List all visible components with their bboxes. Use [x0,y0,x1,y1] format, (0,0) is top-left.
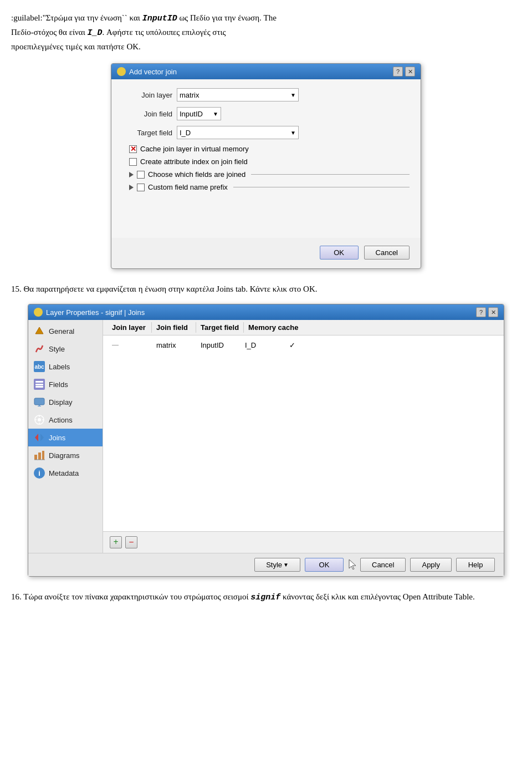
intro-line2: Πεδίο-στόχος θα είναι I_D. Αφήστε τις υπ… [11,28,226,37]
add-join-btn[interactable]: + [110,536,122,548]
td-target-field: I_D [241,340,285,350]
dialog1-spacer [122,196,410,229]
svg-rect-16 [42,451,44,460]
expand2-line [233,187,410,187]
sidebar-item-metadata[interactable]: i Metadata [28,464,103,482]
plus-icon: + [113,537,118,547]
layer-properties-sidebar: General Style abc Labels [28,320,103,553]
dialog2-help-btn[interactable]: ? [476,307,486,317]
dialog2-ok-btn[interactable]: OK [305,558,344,572]
dialog2-apply-btn[interactable]: Apply [410,558,452,572]
metadata-icon-text: i [38,469,40,477]
general-icon [34,326,45,337]
dialog2-cancel-btn[interactable]: Cancel [360,558,406,572]
dialog1-close-btn[interactable]: ✕ [405,67,415,77]
cursor-icon [348,558,356,569]
checkbox2-row: Create attribute index on join field [129,157,410,166]
svg-marker-13 [40,434,44,441]
dialog1-help-btn[interactable]: ? [393,67,403,77]
sidebar-item-display[interactable]: Display [28,393,103,411]
step16-code: signif [250,593,280,602]
join-layer-select[interactable]: matrix ▼ [177,88,299,101]
minus-icon: − [129,538,134,547]
sidebar-item-joins[interactable]: Joins [28,429,103,446]
add-vector-join-container: Add vector join ? ✕ Join layer matrix ▼ … [11,63,521,269]
dialog2-close-btn[interactable]: ✕ [488,307,498,317]
dialog1-body: Join layer matrix ▼ Join field InputID ▼… [111,79,421,238]
diagrams-icon [34,450,45,461]
checkbox1-check: ✕ [130,145,136,153]
sidebar-label-style: Style [49,345,65,353]
table-row: — matrix InputID I_D ✓ [108,339,499,352]
actions-icon [34,414,45,425]
dialog1-titlebar-controls: ? ✕ [393,67,415,77]
sidebar-item-diagrams[interactable]: Diagrams [28,446,103,464]
style-btn[interactable]: Style ▼ [254,558,300,572]
expand1-checkbox[interactable] [137,171,145,179]
dialog1-footer: OK Cancel [111,238,421,268]
labels-icon-text: abc [34,364,44,370]
svg-rect-14 [34,455,37,460]
join-field-label: Join field [122,110,172,118]
checkbox2[interactable] [129,158,137,166]
labels-icon: abc [34,361,45,372]
svg-marker-0 [35,327,43,334]
remove-join-btn[interactable]: − [125,536,137,548]
sidebar-item-actions[interactable]: Actions [28,411,103,429]
join-layer-value: matrix [180,91,199,99]
td-join-layer: matrix [152,340,196,350]
sidebar-label-diagrams: Diagrams [49,451,80,460]
checkbox2-label: Create attribute index on join field [140,157,248,166]
expand1-line [251,174,410,175]
target-field-value: I_D [180,129,191,137]
th-memory-cache: Memory cache [244,322,499,333]
td-memory-cache: ✓ [285,340,340,350]
intro-line3: προεπιλεγμένες τιμές και πατήστε ΟΚ. [11,42,141,51]
join-field-value: InputID [180,110,203,118]
sidebar-label-display: Display [49,398,73,406]
style-icon [34,343,45,354]
fields-icon [34,379,45,390]
svg-rect-1 [35,381,43,383]
target-field-select[interactable]: I_D ▼ [177,126,299,139]
cursor-area [348,558,356,572]
svg-point-7 [38,418,41,421]
dialog1-cancel-btn[interactable]: Cancel [364,246,410,260]
dialog1-title-left: Add vector join [117,67,177,76]
dialog2-title-left: Layer Properties - signif | Joins [34,308,145,317]
checkbox1[interactable]: ✕ [129,145,137,153]
dialog2-titlebar-controls: ? ✕ [476,307,498,317]
svg-rect-5 [38,406,41,406]
add-vector-join-dialog: Add vector join ? ✕ Join layer matrix ▼ … [111,63,421,269]
intro-text: :guilabel:"Στρώμα για την ένωση`` και In… [11,11,521,53]
target-field-label: Target field [122,129,172,137]
expand1-row: Choose which fields are joined [129,170,410,179]
sidebar-item-style[interactable]: Style [28,340,103,358]
join-field-select[interactable]: InputID ▼ [177,107,221,120]
checkbox1-row: ✕ Cache join layer in virtual memory [129,145,410,153]
expand2-checkbox[interactable] [137,184,145,191]
dialog2-help-btn[interactable]: Help [456,558,495,572]
code-id: I_D [87,28,102,38]
th-join-layer: Join layer [108,322,152,333]
checkbox1-label: Cache join layer in virtual memory [140,145,249,153]
expand2-arrow[interactable] [129,185,134,190]
sidebar-item-fields[interactable]: Fields [28,375,103,393]
expand1-arrow[interactable] [129,172,134,177]
sidebar-item-general[interactable]: General [28,322,103,340]
sidebar-label-actions: Actions [49,416,73,424]
dialog2-titlebar: Layer Properties - signif | Joins ? ✕ [28,304,504,320]
lp-bottom-bar: + − [103,531,504,553]
svg-rect-3 [35,386,43,388]
sidebar-label-metadata: Metadata [49,469,79,477]
expand2-row: Custom field name prefix [129,183,410,191]
join-field-row: Join field InputID ▼ [122,107,410,120]
lp-table-body: — matrix InputID I_D ✓ [103,335,504,531]
sidebar-label-labels: Labels [49,363,70,371]
join-layer-label: Join layer [122,91,172,99]
dialog1-ok-btn[interactable]: OK [320,246,359,260]
sidebar-item-labels[interactable]: abc Labels [28,358,103,375]
svg-rect-4 [34,398,44,405]
svg-rect-15 [38,452,41,460]
target-field-arrow: ▼ [290,130,296,136]
